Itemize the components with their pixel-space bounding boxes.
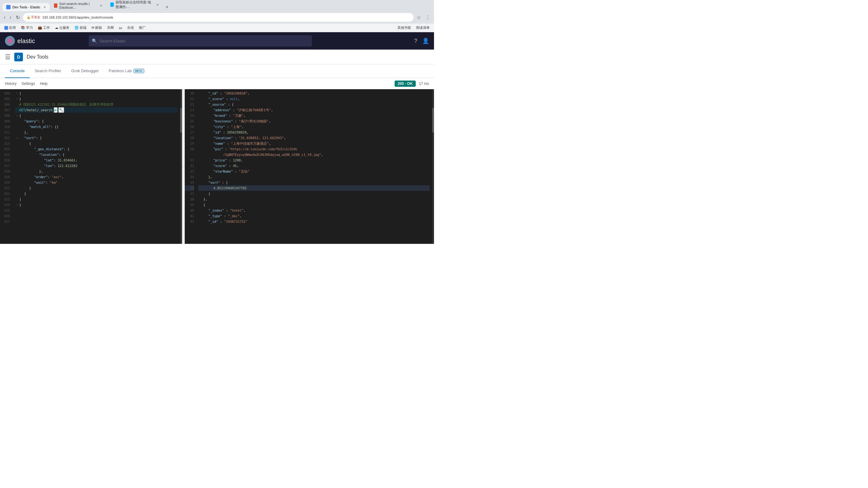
code-line-312: }, — [15, 130, 178, 135]
settings-query-button[interactable]: 🔧 — [58, 107, 64, 113]
tab-close-1[interactable]: ✕ — [43, 6, 46, 9]
code-line-308: GET /hotel/_search ▶ 🔧 — [15, 107, 178, 113]
bookmark-云服务[interactable]: ☁ 云服务 — [53, 25, 71, 31]
time-badge: 17 ms — [419, 82, 429, 86]
code-line-309: ▾{ — [15, 113, 178, 118]
new-tab-button[interactable]: + — [163, 3, 171, 11]
more-button[interactable]: ⋮ — [424, 13, 432, 22]
bookmark-other[interactable]: 其他书签 — [396, 25, 413, 31]
address-bar: ‹ › ↻ 🔓 不安全 192.168.150.101:5601/app/dev… — [0, 11, 434, 24]
bookmarks-bar: 应用 📚 学习 💼 工作 ☁ 云服务 🌐 前端 ✉ 邮箱 关网 sx 乐优 推广… — [0, 24, 434, 32]
out-line-24: "brand" : "万豪", — [198, 113, 430, 118]
header-icons: ? 👤 — [414, 37, 429, 44]
elastic-logo-icon — [5, 36, 15, 46]
code-line-316: "location": { — [15, 152, 178, 157]
bookmark-关网[interactable]: 关网 — [105, 25, 116, 31]
tab-2[interactable]: Sort search results | Elasticse... ✕ — [50, 0, 106, 11]
code-line-311: "match_all": {} — [15, 124, 178, 130]
code-line-317: "lat": 31.034661, — [15, 157, 178, 163]
out-line-20: "_id" : "2056298828", — [198, 91, 430, 96]
back-button[interactable]: ‹ — [2, 13, 6, 21]
tab-grok-debugger[interactable]: Grok Debugger — [66, 64, 104, 78]
code-line-322: } — [15, 185, 178, 191]
search-input[interactable] — [89, 35, 312, 46]
bookmark-前端[interactable]: 🌐 前端 — [72, 25, 88, 31]
code-line-324: ] — [15, 196, 178, 202]
tab-close-2[interactable]: ✕ — [100, 4, 102, 7]
out-line-31: "price" : 1200, — [198, 157, 430, 163]
out-line-26: "city" : "上海", — [198, 124, 430, 130]
app-icon-letter: D — [17, 55, 20, 60]
code-editor[interactable]: ▾] ▾} # 找到121.612282,31.034661周围的酒店，距离升序… — [12, 89, 180, 244]
bookmark-应用[interactable]: 应用 — [2, 25, 18, 31]
code-line-307: # 找到121.612282,31.034661周围的酒店，距离升序排排序 — [15, 102, 178, 107]
code-line-313: ▾"sort": [ — [15, 135, 178, 141]
tab-bar: Dev Tools - Elastic ✕ Sort search result… — [0, 0, 434, 11]
tab-search-profiler[interactable]: Search Profiler — [30, 64, 66, 78]
output-scrollbar-thumb[interactable] — [432, 108, 434, 133]
out-line-39: { — [198, 202, 430, 207]
browser-chrome: Dev Tools - Elastic ✕ Sort search result… — [0, 0, 434, 32]
code-line-318: "lon": 121.612282 — [15, 163, 178, 168]
out-line-42: "_id" : "1938731731" — [198, 219, 430, 224]
search-bar[interactable]: 🔍 — [89, 35, 312, 46]
out-line-41: "_type" : "_doc", — [198, 213, 430, 219]
tab-painless-lab[interactable]: Painless Lab BETA — [104, 64, 149, 78]
out-line-21: "_score" : null, — [198, 96, 430, 102]
out-line-28: "location" : "31.030053, 121.662943", — [198, 135, 430, 141]
reload-button[interactable]: ↻ — [14, 13, 21, 22]
out-line-22: "_source" : { — [198, 102, 430, 107]
tab-favicon-1 — [6, 5, 10, 9]
bookmark-button[interactable]: ☆ — [415, 13, 422, 22]
main-content: 304 305 306 307 308 309 310 311 312 313 … — [0, 89, 434, 244]
tab-close-3[interactable]: ✕ — [156, 3, 159, 6]
output-panel: 20 21 22 23 24 25 26 27 28 29 30 31 32 3… — [185, 89, 434, 244]
code-line-315: "_geo_distance": { — [15, 146, 178, 152]
tab-console[interactable]: Console — [5, 64, 30, 78]
forward-button[interactable]: › — [8, 13, 12, 21]
tab-title-2: Sort search results | Elasticse... — [59, 2, 97, 9]
out-line-33: "starName" : "五钻" — [198, 168, 430, 174]
bookmark-reading[interactable]: 阅读清单 — [414, 25, 432, 31]
out-line-29: "name" : "上海中优城市万豪酒店", — [198, 141, 430, 146]
code-line-304: ▾] — [15, 91, 178, 96]
bookmark-邮箱[interactable]: ✉ 邮箱 — [90, 25, 104, 31]
bk-icon-应用 — [4, 26, 8, 30]
address-input[interactable]: 🔓 不安全 192.168.150.101:5601/app/dev_tools… — [23, 13, 413, 22]
out-line-35: "sort" : [ — [198, 180, 430, 185]
resize-handle[interactable]: ⋮ — [182, 89, 185, 244]
help-icon-button[interactable]: ? — [414, 38, 417, 44]
hamburger-menu[interactable]: ☰ — [5, 53, 10, 61]
tab-3[interactable]: 获取鼠标点击经纬度-地图属性-... ✕ — [106, 0, 162, 11]
tab-title-3: 获取鼠标点击经纬度-地图属性-... — [116, 0, 153, 9]
bookmark-推广[interactable]: 推广 — [137, 25, 148, 31]
toolbar: History Settings Help 200 - OK 17 ms — [0, 78, 434, 89]
tab-1[interactable]: Dev Tools - Elastic ✕ — [2, 3, 50, 11]
bookmark-sx[interactable]: sx — [117, 25, 124, 30]
code-line-321: "unit": "km" — [15, 180, 178, 185]
out-line-32: "score" : 45, — [198, 163, 430, 168]
out-line-38: }, — [198, 196, 430, 202]
nav-tabs: Console Search Profiler Grok Debugger Pa… — [0, 64, 434, 78]
history-button[interactable]: History — [5, 80, 17, 87]
settings-button[interactable]: Settings — [21, 80, 35, 87]
output-content: 20 21 22 23 24 25 26 27 28 29 30 31 32 3… — [185, 89, 434, 244]
help-button[interactable]: Help — [40, 80, 48, 87]
user-icon-button[interactable]: 👤 — [422, 37, 429, 44]
editor-scrollbar[interactable] — [180, 89, 182, 244]
out-line-37: ] — [198, 191, 430, 196]
tab-favicon-2 — [54, 3, 57, 8]
out-line-30b: /2gBATEyysyQWmw3wZL863HGdqjaq_w200_h200_… — [198, 152, 430, 157]
bookmark-学习[interactable]: 📚 学习 — [19, 25, 35, 31]
run-button[interactable]: ▶ — [54, 107, 58, 113]
out-line-27: "id" : 2056298828, — [198, 130, 430, 135]
search-icon: 🔍 — [92, 38, 97, 43]
editor-scrollbar-thumb[interactable] — [180, 108, 182, 133]
code-line-319: }, — [15, 168, 178, 174]
editor-content[interactable]: 304 305 306 307 308 309 310 311 312 313 … — [0, 89, 182, 244]
app-title: Dev Tools — [27, 54, 49, 60]
code-line-320: "order": "asc", — [15, 174, 178, 180]
bookmark-乐优[interactable]: 乐优 — [125, 25, 136, 31]
bookmark-工作[interactable]: 💼 工作 — [36, 25, 52, 31]
output-scrollbar[interactable] — [432, 89, 434, 244]
